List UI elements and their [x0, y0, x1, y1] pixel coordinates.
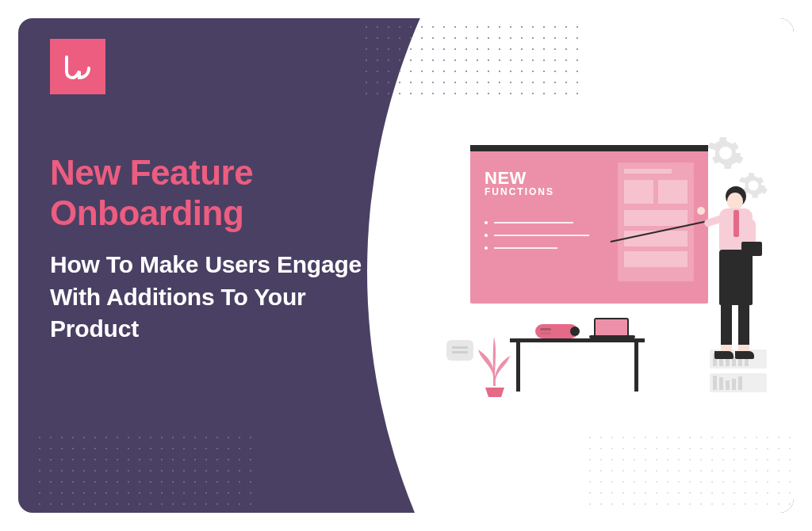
dot-grid-bottom-right — [589, 437, 794, 513]
board-heading-sub: FUNCTIONS — [485, 187, 554, 197]
board-bullets — [485, 221, 589, 259]
logo-u-icon — [62, 51, 94, 82]
desk — [510, 338, 645, 394]
dot-grid-bottom-left — [39, 437, 251, 513]
board-mock-panel — [618, 162, 694, 281]
headline-block: New Feature Onboarding How To Make Users… — [50, 153, 367, 346]
presentation-board: NEW FUNCTIONS — [470, 145, 708, 304]
board-heading-main: NEW — [485, 168, 527, 188]
headline-title: New Feature Onboarding — [50, 153, 367, 233]
brand-logo — [50, 39, 105, 94]
hero-card: New Feature Onboarding How To Make Users… — [18, 18, 794, 513]
presenter-figure — [689, 186, 776, 392]
presenter-illustration: NEW FUNCTIONS — [446, 137, 772, 422]
dot-grid-top — [366, 18, 578, 94]
projector-icon — [535, 324, 578, 338]
board-heading: NEW FUNCTIONS — [485, 169, 554, 197]
gear-icon — [707, 134, 745, 172]
board-topbar — [470, 145, 708, 151]
headline-subtitle: How To Make Users Engage With Additions … — [50, 249, 367, 346]
laptop-icon — [589, 318, 635, 338]
